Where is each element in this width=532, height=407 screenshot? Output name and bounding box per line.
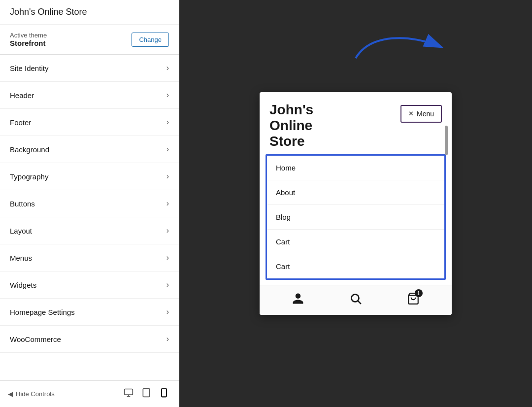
active-theme-label: Active theme — [10, 32, 47, 39]
sidebar-item-menus[interactable]: Menus › — [0, 244, 179, 271]
nav-menu-box: Home About Blog Cart Cart — [266, 154, 446, 280]
sidebar-item-header[interactable]: Header › — [0, 82, 179, 109]
nav-item-cart-1[interactable]: Cart — [267, 230, 444, 254]
active-theme-name: Storefront — [10, 39, 47, 47]
sidebar-item-label: Header — [10, 91, 34, 100]
sidebar-item-label: Site Identity — [10, 64, 48, 72]
sidebar-item-site-identity[interactable]: Site Identity › — [0, 55, 179, 82]
cart-icon[interactable]: 1 — [407, 292, 420, 308]
arrow-annotation — [351, 29, 449, 68]
preview-area: John'sOnlineStore ✕ Menu Home About Blog… — [179, 0, 532, 407]
mobile-preview: John'sOnlineStore ✕ Menu Home About Blog… — [260, 92, 452, 315]
active-theme-text: Active theme Storefront — [10, 32, 47, 47]
preview-scrollbar[interactable] — [445, 126, 448, 155]
user-account-icon[interactable] — [292, 292, 304, 308]
sidebar-item-widgets[interactable]: Widgets › — [0, 271, 179, 299]
store-title-preview: John'sOnlineStore — [269, 102, 313, 150]
sidebar-item-homepage-settings[interactable]: Homepage Settings › — [0, 299, 179, 326]
sidebar-title: John's Online Store — [0, 0, 179, 25]
chevron-right-icon: › — [166, 118, 169, 127]
sidebar-item-background[interactable]: Background › — [0, 136, 179, 163]
hide-controls-left-arrow-icon: ◀ — [8, 390, 13, 398]
change-button[interactable]: Change — [132, 33, 169, 47]
hide-controls-button[interactable]: ◀ Hide Controls — [8, 390, 55, 398]
sidebar-item-buttons[interactable]: Buttons › — [0, 190, 179, 217]
sidebar-item-label: Homepage Settings — [10, 308, 75, 316]
active-theme-section: Active theme Storefront Change — [0, 25, 179, 55]
chevron-right-icon: › — [166, 226, 169, 235]
sidebar-item-label: Layout — [10, 227, 32, 235]
chevron-right-icon: › — [166, 335, 169, 343]
svg-rect-0 — [125, 389, 133, 395]
chevron-right-icon: › — [166, 91, 169, 100]
sidebar: John's Online Store Active theme Storefr… — [0, 0, 179, 407]
sidebar-item-label: WooCommerce — [10, 335, 61, 343]
tablet-view-button[interactable] — [139, 386, 153, 402]
sidebar-item-label: Background — [10, 145, 49, 154]
menu-button-preview[interactable]: ✕ Menu — [400, 105, 442, 123]
sidebar-item-typography[interactable]: Typography › — [0, 163, 179, 190]
cart-badge: 1 — [415, 289, 423, 297]
sidebar-nav: Site Identity › Header › Footer › Backgr… — [0, 55, 179, 380]
menu-label: Menu — [417, 110, 434, 118]
sidebar-item-label: Footer — [10, 118, 31, 127]
chevron-right-icon: › — [166, 64, 169, 72]
search-icon[interactable] — [349, 292, 362, 308]
mobile-view-button[interactable] — [157, 386, 171, 402]
sidebar-item-woocommerce[interactable]: WooCommerce › — [0, 326, 179, 353]
chevron-right-icon: › — [166, 199, 169, 208]
bottom-bar: ◀ Hide Controls — [0, 380, 179, 407]
hide-controls-label: Hide Controls — [16, 390, 55, 398]
sidebar-item-label: Typography — [10, 172, 48, 181]
chevron-right-icon: › — [166, 145, 169, 154]
chevron-right-icon: › — [166, 172, 169, 181]
sidebar-item-layout[interactable]: Layout › — [0, 217, 179, 244]
svg-point-8 — [351, 295, 359, 302]
chevron-right-icon: › — [166, 307, 169, 316]
nav-item-about[interactable]: About — [267, 180, 444, 205]
chevron-right-icon: › — [166, 253, 169, 262]
chevron-right-icon: › — [166, 280, 169, 289]
close-icon: ✕ — [408, 110, 414, 117]
preview-footer: 1 — [260, 285, 452, 315]
sidebar-item-label: Buttons — [10, 200, 35, 208]
nav-item-blog[interactable]: Blog — [267, 205, 444, 230]
nav-item-home[interactable]: Home — [267, 156, 444, 180]
device-controls — [122, 386, 171, 402]
nav-item-cart-2[interactable]: Cart — [267, 254, 444, 278]
svg-line-9 — [358, 301, 361, 304]
sidebar-item-label: Widgets — [10, 281, 36, 289]
desktop-view-button[interactable] — [122, 386, 135, 402]
sidebar-item-footer[interactable]: Footer › — [0, 109, 179, 136]
sidebar-item-label: Menus — [10, 254, 32, 262]
preview-header: John'sOnlineStore ✕ Menu — [260, 92, 452, 155]
